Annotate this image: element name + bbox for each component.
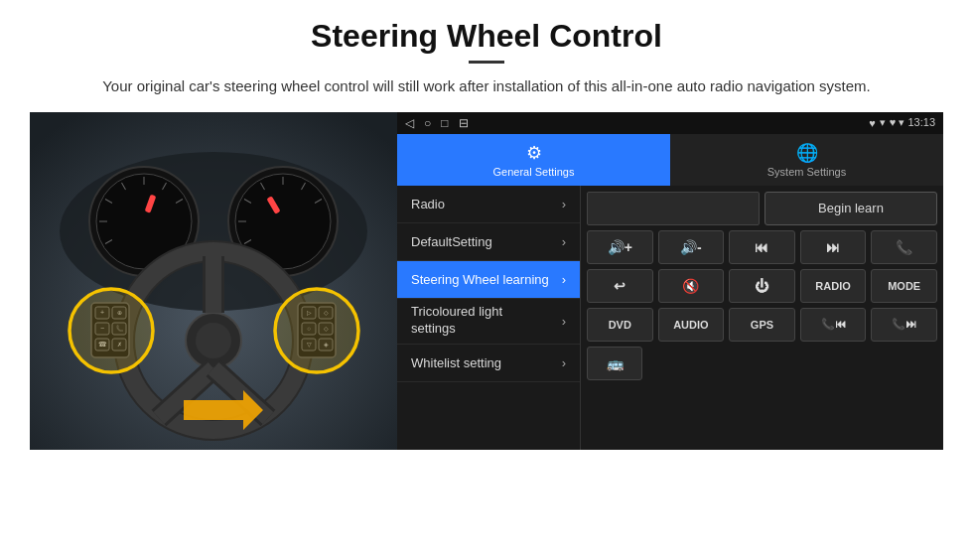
tab-general[interactable]: ⚙ General Settings [397,134,670,186]
status-right: ♥ ▾ ♥ ▾ 13:13 [869,116,935,129]
mute-button[interactable]: 🔇 [658,269,725,303]
svg-point-26 [196,323,231,358]
vol-down-button[interactable]: 🔊- [658,230,725,264]
menu-item-steering-label: Steering Wheel learning [411,272,562,287]
menu-item-radio-label: Radio [411,197,562,211]
page-subtitle: Your original car's steering wheel contr… [30,75,943,98]
status-left: ◁ ○ □ ⊟ [405,116,469,130]
menu-icon: ⊟ [459,116,469,130]
tab-general-label: General Settings [493,166,575,178]
ctrl-row-3: ↩ 🔇 ⏻ RADIO MODE [587,269,937,303]
page-title: Steering Wheel Control [30,18,943,55]
ctrl-empty-box [587,192,760,225]
menu-item-tricoloured[interactable]: Tricoloured lightsettings › [397,299,580,345]
main-content: Radio › DefaultSetting › Steering Wheel … [397,186,943,450]
vol-up-button[interactable]: 🔊+ [587,230,653,264]
recents-icon: □ [441,116,448,130]
tel-prev-button[interactable]: 📞⏮ [800,308,867,342]
mode-button[interactable]: MODE [871,269,937,303]
ctrl-row-top: Begin learn [587,192,937,225]
gps-button[interactable]: GPS [729,308,795,342]
menu-item-default-label: DefaultSetting [411,234,562,249]
svg-point-59 [70,289,153,372]
menu-chevron-tricoloured: › [562,314,566,329]
dvd-button[interactable]: DVD [587,308,653,342]
clock: ♥ ▾ 13:13 [890,116,935,129]
content-row: + ⊕ − 📞 ☎ ✗ ▷ ◇ ○ ◇ ▽ ◈ [30,112,943,450]
title-divider [469,61,504,64]
menu-chevron-whitelist: › [562,355,566,370]
menu-chevron-radio: › [562,197,566,211]
next-button[interactable]: ⏭ [800,230,867,264]
status-bar: ◁ ○ □ ⊟ ♥ ▾ ♥ ▾ 13:13 [397,112,943,134]
general-settings-icon: ⚙ [526,142,542,164]
ctrl-row-2: 🔊+ 🔊- ⏮ ⏭ 📞 [587,230,937,264]
power-button[interactable]: ⏻ [729,269,795,303]
page-wrapper: Steering Wheel Control Your original car… [0,0,973,460]
call-button[interactable]: 📞 [871,230,937,264]
begin-learn-button[interactable]: Begin learn [764,192,937,225]
back-button[interactable]: ↩ [587,269,653,303]
menu-chevron-default: › [562,234,566,249]
bus-button[interactable]: 🚌 [587,347,642,380]
prev-button[interactable]: ⏮ [729,230,795,264]
wifi-icon: ▾ [880,116,886,129]
back-icon: ◁ [405,116,414,130]
ctrl-row-5: 🚌 [587,347,937,380]
tab-system[interactable]: 🌐 System Settings [670,134,943,186]
radio-button[interactable]: RADIO [800,269,867,303]
menu-chevron-steering: › [562,272,566,287]
menu-column: Radio › DefaultSetting › Steering Wheel … [397,186,581,450]
tab-bar: ⚙ General Settings 🌐 System Settings [397,134,943,186]
svg-point-60 [275,289,358,372]
home-icon: ○ [424,116,431,130]
signal-icon: ♥ [869,117,876,129]
car-image-svg: + ⊕ − 📞 ☎ ✗ ▷ ◇ ○ ◇ ▽ ◈ [30,112,397,450]
audio-button[interactable]: AUDIO [658,308,725,342]
menu-item-tricoloured-label: Tricoloured lightsettings [411,304,562,338]
controls-column: Begin learn 🔊+ 🔊- ⏮ ⏭ 📞 ↩ 🔇 ⏻ [581,186,943,450]
menu-item-default[interactable]: DefaultSetting › [397,223,580,261]
ctrl-row-4: DVD AUDIO GPS 📞⏮ 📞⏭ [587,308,937,342]
menu-item-steering[interactable]: Steering Wheel learning › [397,261,580,299]
system-settings-icon: 🌐 [796,142,818,164]
menu-item-whitelist-label: Whitelist setting [411,355,562,370]
car-image-area: + ⊕ − 📞 ☎ ✗ ▷ ◇ ○ ◇ ▽ ◈ [30,112,397,450]
menu-item-whitelist[interactable]: Whitelist setting › [397,345,580,382]
tab-system-label: System Settings [767,166,846,178]
menu-item-radio[interactable]: Radio › [397,186,580,223]
tel-next-button[interactable]: 📞⏭ [871,308,937,342]
android-ui: ◁ ○ □ ⊟ ♥ ▾ ♥ ▾ 13:13 ⚙ General Settings [397,112,943,450]
